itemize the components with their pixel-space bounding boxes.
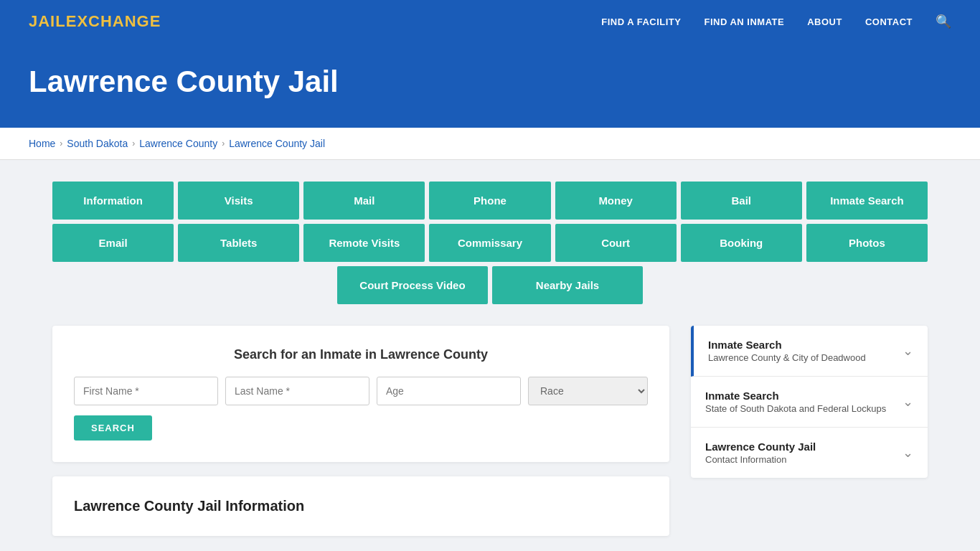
breadcrumb-home[interactable]: Home — [29, 138, 55, 149]
nav-btn-row-2: Email Tablets Remote Visits Commissary C… — [52, 224, 928, 262]
btn-booking[interactable]: Booking — [681, 224, 802, 262]
chevron-down-icon-2: ⌄ — [903, 394, 913, 410]
chevron-down-icon-1: ⌄ — [903, 343, 913, 359]
btn-visits[interactable]: Visits — [178, 182, 299, 220]
btn-commissary[interactable]: Commissary — [429, 224, 550, 262]
info-section: Lawrence County Jail Information — [52, 476, 669, 536]
search-button[interactable]: SEARCH — [74, 415, 152, 441]
search-title: Search for an Inmate in Lawrence County — [74, 347, 648, 362]
breadcrumb-lawrence-county[interactable]: Lawrence County — [139, 138, 217, 149]
btn-phone[interactable]: Phone — [429, 182, 550, 220]
breadcrumb-current: Lawrence County Jail — [229, 138, 325, 149]
logo[interactable]: JAILEXCHANGE — [29, 12, 161, 31]
age-input[interactable] — [377, 377, 521, 405]
nav-contact[interactable]: CONTACT — [865, 17, 913, 27]
breadcrumb-sep-2: › — [132, 138, 135, 149]
page-title: Lawrence County Jail — [29, 65, 951, 99]
breadcrumb-bar: Home › South Dakota › Lawrence County › … — [0, 128, 980, 160]
btn-mail[interactable]: Mail — [303, 182, 425, 220]
sidebar-item-subtitle-2: State of South Dakota and Federal Lockup… — [705, 403, 886, 414]
sidebar-card: Inmate Search Lawrence County & City of … — [691, 326, 928, 478]
sidebar-item-text-1: Inmate Search Lawrence County & City of … — [708, 339, 866, 363]
btn-information[interactable]: Information — [52, 182, 174, 220]
btn-tablets[interactable]: Tablets — [178, 224, 299, 262]
nav-btn-row-1: Information Visits Mail Phone Money Bail… — [52, 182, 928, 220]
sidebar-item-inmate-search-sd[interactable]: Inmate Search State of South Dakota and … — [691, 377, 928, 428]
sidebar-item-subtitle-1: Lawrence County & City of Deadwood — [708, 352, 866, 363]
breadcrumb-south-dakota[interactable]: South Dakota — [67, 138, 128, 149]
btn-email[interactable]: Email — [52, 224, 174, 262]
sidebar-item-title-1: Inmate Search — [708, 339, 866, 351]
btn-court[interactable]: Court — [555, 224, 677, 262]
first-name-input[interactable] — [74, 377, 218, 405]
chevron-down-icon-3: ⌄ — [903, 445, 913, 461]
btn-court-process-video[interactable]: Court Process Video — [337, 266, 488, 304]
nav-find-inmate[interactable]: FIND AN INMATE — [704, 17, 784, 27]
btn-nearby-jails[interactable]: Nearby Jails — [492, 266, 643, 304]
sidebar-item-title-2: Inmate Search — [705, 390, 886, 402]
nav-find-facility[interactable]: FIND A FACILITY — [601, 17, 681, 27]
sidebar-item-contact-info[interactable]: Lawrence County Jail Contact Information… — [691, 428, 928, 478]
sidebar-item-inmate-search-deadwood[interactable]: Inmate Search Lawrence County & City of … — [691, 326, 928, 377]
btn-bail[interactable]: Bail — [681, 182, 802, 220]
btn-remote-visits[interactable]: Remote Visits — [303, 224, 425, 262]
breadcrumb: Home › South Dakota › Lawrence County › … — [29, 138, 951, 149]
search-icon[interactable]: 🔍 — [936, 14, 951, 29]
race-select[interactable]: Race White Black Hispanic Asian Other — [528, 377, 648, 405]
breadcrumb-sep-1: › — [60, 138, 62, 149]
btn-photos[interactable]: Photos — [806, 224, 928, 262]
info-title: Lawrence County Jail Information — [74, 498, 648, 514]
logo-text-xchange: XCHANGE — [77, 12, 161, 30]
breadcrumb-sep-3: › — [222, 138, 225, 149]
left-column: Search for an Inmate in Lawrence County … — [52, 326, 669, 536]
sidebar-item-subtitle-3: Contact Information — [705, 454, 816, 465]
navigation: JAILEXCHANGE FIND A FACILITY FIND AN INM… — [0, 0, 980, 43]
hero-section: Lawrence County Jail — [0, 43, 980, 128]
btn-money[interactable]: Money — [555, 182, 677, 220]
sidebar-item-text-3: Lawrence County Jail Contact Information — [705, 441, 816, 465]
two-column-layout: Search for an Inmate in Lawrence County … — [52, 326, 928, 536]
logo-highlight: E — [66, 12, 77, 30]
sidebar-item-title-3: Lawrence County Jail — [705, 441, 816, 453]
sidebar-item-text-2: Inmate Search State of South Dakota and … — [705, 390, 886, 414]
right-sidebar: Inmate Search Lawrence County & City of … — [691, 326, 928, 536]
search-fields: Race White Black Hispanic Asian Other — [74, 377, 648, 405]
nav-links: FIND A FACILITY FIND AN INMATE ABOUT CON… — [601, 14, 951, 29]
inmate-search-box: Search for an Inmate in Lawrence County … — [52, 326, 669, 462]
nav-btn-row-3: Court Process Video Nearby Jails — [52, 266, 928, 304]
nav-about[interactable]: ABOUT — [807, 17, 842, 27]
last-name-input[interactable] — [225, 377, 369, 405]
nav-button-grid: Information Visits Mail Phone Money Bail… — [52, 182, 928, 304]
btn-inmate-search[interactable]: Inmate Search — [806, 182, 928, 220]
logo-text-jail: JAIL — [29, 12, 66, 30]
main-content: Information Visits Mail Phone Money Bail… — [24, 160, 956, 551]
